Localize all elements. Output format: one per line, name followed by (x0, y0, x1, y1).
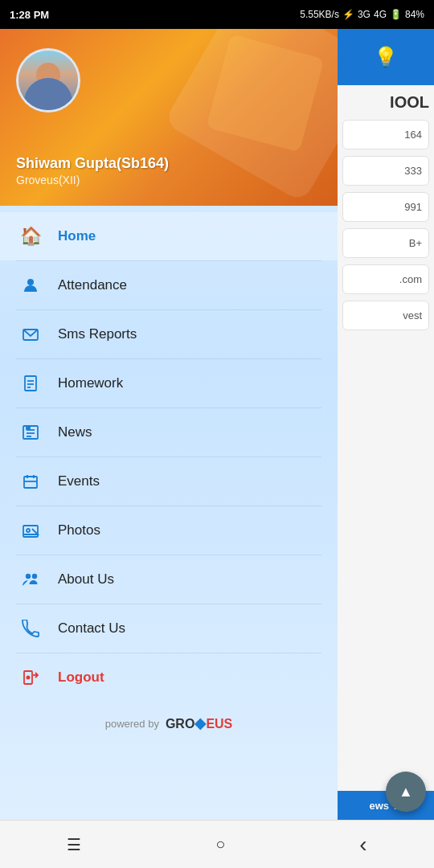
svg-point-16 (27, 529, 30, 532)
fab-icon: ▲ (399, 784, 413, 800)
nav-item-sms-reports[interactable]: Sms Reports (0, 310, 338, 358)
svg-rect-2 (25, 376, 36, 391)
avatar (16, 48, 80, 113)
right-panel-content: IOOL 164 333 991 B+ .com vest (338, 85, 434, 345)
nav-label-contact-us: Contact Us (58, 620, 125, 637)
user-info: Shiwam Gupta(Sb164) Groveus(XII) (16, 155, 169, 186)
bulb-icon: 💡 (374, 46, 398, 68)
card-3: 991 (342, 192, 429, 222)
nav-item-events[interactable]: Events (0, 457, 338, 506)
news-icon (19, 421, 42, 444)
status-speed: 5.55KB/s (300, 9, 339, 20)
drawer-header: Shiwam Gupta(Sb164) Groveus(XII) (0, 29, 338, 206)
avatar-image (18, 51, 78, 110)
nav-label-about-us: About Us (58, 571, 114, 588)
svg-point-0 (27, 279, 34, 285)
bluetooth-icon: ⚡ (342, 9, 354, 20)
nav-label-photos: Photos (58, 522, 100, 538)
nav-label-logout: Logout (58, 669, 104, 686)
user-class: Groveus(XII) (16, 174, 169, 186)
battery-percent: 84% (405, 9, 424, 20)
nav-menu-button[interactable]: ☰ (67, 835, 81, 854)
network-3g: 3G (358, 9, 371, 20)
nav-item-photos[interactable]: Photos (0, 506, 338, 555)
svg-rect-10 (27, 426, 30, 429)
home-icon: 🏠 (19, 225, 42, 248)
attendance-icon (19, 274, 42, 297)
groveus-gro: GRO (166, 717, 194, 731)
sms-icon (19, 323, 42, 346)
groveus-eus: EUS (206, 717, 232, 731)
contact-icon (19, 617, 42, 640)
events-icon (19, 470, 42, 493)
card-5: .com (342, 264, 429, 294)
nav-home-button[interactable]: ○ (215, 835, 225, 854)
nav-item-home[interactable]: 🏠 Home (0, 212, 338, 260)
nav-item-homework[interactable]: Homework (0, 359, 338, 407)
card-4: B+ (342, 228, 429, 258)
powered-by: powered by GRO◆EUS (0, 702, 338, 745)
card-2: 333 (342, 156, 429, 186)
fab-button[interactable]: ▲ (386, 772, 426, 812)
svg-point-17 (26, 574, 31, 579)
battery-indicator: 🔋 (390, 9, 402, 20)
photos-icon (19, 519, 42, 542)
navigation-drawer: Shiwam Gupta(Sb164) Groveus(XII) 🏠 Home … (0, 29, 338, 868)
nav-menu: 🏠 Home Attendance Sms Reports (0, 206, 338, 868)
nav-item-contact-us[interactable]: Contact Us (0, 604, 338, 653)
nav-item-about-us[interactable]: About Us (0, 555, 338, 604)
nav-label-sms-reports: Sms Reports (58, 326, 137, 342)
nav-label-news: News (58, 424, 92, 440)
nav-label-events: Events (58, 473, 100, 489)
svg-point-18 (32, 574, 37, 579)
nav-label-homework: Homework (58, 375, 123, 391)
powered-text: powered by (105, 718, 159, 730)
school-text: IOOL (342, 93, 429, 112)
homework-icon (19, 372, 42, 395)
groveus-logo: GRO◆EUS (166, 714, 232, 732)
right-panel: 💡 IOOL 164 333 991 B+ .com vest (338, 29, 434, 868)
network-4g: 4G (374, 9, 387, 20)
nav-label-home: Home (58, 228, 96, 244)
status-time: 1:28 PM (10, 9, 49, 21)
card-1: 164 (342, 120, 429, 149)
logout-icon (19, 666, 42, 689)
nav-back-button[interactable]: ‹ (359, 832, 366, 858)
svg-rect-11 (24, 477, 37, 488)
svg-rect-15 (23, 526, 38, 537)
nav-item-logout[interactable]: Logout (0, 653, 338, 702)
person-body (24, 78, 72, 110)
svg-point-20 (27, 676, 31, 680)
card-6: vest (342, 301, 429, 330)
right-panel-header: 💡 (338, 29, 434, 85)
status-bar: 1:28 PM 5.55KB/s ⚡ 3G 4G 🔋 84% (0, 0, 434, 29)
nav-label-attendance: Attendance (58, 277, 127, 293)
about-us-icon (19, 568, 42, 591)
status-right: 5.55KB/s ⚡ 3G 4G 🔋 84% (300, 9, 424, 20)
nav-item-news[interactable]: News (0, 408, 338, 457)
android-nav-bar: ☰ ○ ‹ (0, 820, 434, 868)
groveus-v: ◆ (194, 715, 206, 731)
nav-item-attendance[interactable]: Attendance (0, 261, 338, 309)
user-name: Shiwam Gupta(Sb164) (16, 155, 169, 172)
